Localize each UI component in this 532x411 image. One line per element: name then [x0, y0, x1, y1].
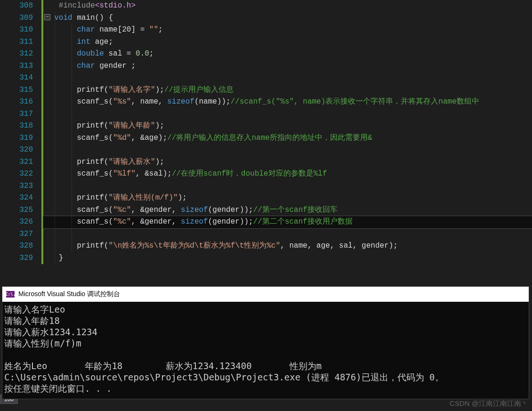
code-content[interactable]: #include<stdio.h>− void main() { char na… [43, 0, 532, 264]
code-line[interactable] [43, 144, 532, 156]
line-number: 326 [0, 216, 33, 228]
code-line[interactable]: scanf_s("%s", name, sizeof(name));//scan… [43, 96, 532, 108]
code-line[interactable]: printf("请输入名字");//提示用户输入信息 [43, 84, 532, 97]
code-line[interactable] [43, 108, 532, 121]
vs-icon: C:\. [6, 291, 15, 298]
code-line[interactable]: #include<stdio.h> [43, 0, 532, 12]
code-line[interactable]: } [43, 252, 532, 265]
code-line[interactable]: double sal = 0.0; [43, 48, 532, 60]
fold-minus-icon[interactable]: − [44, 14, 50, 20]
code-line[interactable] [43, 228, 532, 241]
line-number: 310 [0, 24, 33, 36]
line-number-gutter: 3083093103113123133143153163173183193203… [0, 0, 41, 264]
line-number: 329 [0, 252, 33, 265]
console-output[interactable]: 请输入名字Leo 请输入年龄18 请输入薪水1234.1234 请输入性别(m/… [2, 302, 529, 399]
code-line[interactable] [43, 72, 532, 84]
line-number: 318 [0, 120, 33, 132]
csdn-watermark: CSDN @江南江南江南丶 [450, 399, 528, 408]
line-number: 314 [0, 72, 33, 84]
line-number: 319 [0, 132, 33, 145]
code-line[interactable]: scanf_s("%c", &gender, sizeof(gender));/… [43, 204, 532, 217]
line-number: 327 [0, 228, 33, 241]
code-line[interactable]: printf("请输入薪水"); [43, 156, 532, 169]
debug-console-window: C:\. Microsoft Visual Studio 调试控制台 请输入名字… [2, 286, 529, 399]
code-line[interactable]: scanf_s("%lf", &sal);//在使用scanf时，double对… [43, 168, 532, 180]
line-number: 316 [0, 96, 33, 108]
line-number: 315 [0, 84, 33, 97]
line-number: 320 [0, 144, 33, 156]
code-line[interactable]: scanf_s("%d", &age);//将用户输入的信息存入name所指向的… [43, 132, 532, 145]
code-editor[interactable]: 3083093103113123133143153163173183193203… [0, 0, 532, 264]
line-number: 308 [0, 0, 33, 12]
line-number: 323 [0, 180, 33, 193]
line-number: 324 [0, 192, 33, 204]
code-line[interactable]: printf("\n姓名为%s\t年龄为%d\t薪水为%f\t性别为%c", n… [43, 240, 532, 252]
code-line[interactable]: − void main() { [43, 12, 532, 24]
code-line[interactable]: printf("请输入年龄"); [43, 120, 532, 132]
line-number: 311 [0, 36, 33, 48]
line-number: 309 [0, 12, 33, 24]
line-number: 321 [0, 156, 33, 169]
line-number: 312 [0, 48, 33, 60]
line-number: 317 [0, 108, 33, 121]
line-number: 313 [0, 60, 33, 73]
line-number: 325 [0, 204, 33, 217]
console-title: Microsoft Visual Studio 调试控制台 [18, 290, 120, 298]
line-number: 322 [0, 168, 33, 180]
code-line[interactable] [43, 180, 532, 193]
code-line[interactable]: scanf_s("%c", &gender, sizeof(gender));/… [43, 216, 532, 228]
code-line[interactable]: char name[20] = ""; [43, 24, 532, 36]
console-titlebar[interactable]: C:\. Microsoft Visual Studio 调试控制台 [2, 287, 529, 302]
code-line[interactable]: printf("请输入性别(m/f)"); [43, 192, 532, 204]
line-number: 328 [0, 240, 33, 252]
code-line[interactable]: char gender ; [43, 60, 532, 73]
code-line[interactable]: int age; [43, 36, 532, 48]
